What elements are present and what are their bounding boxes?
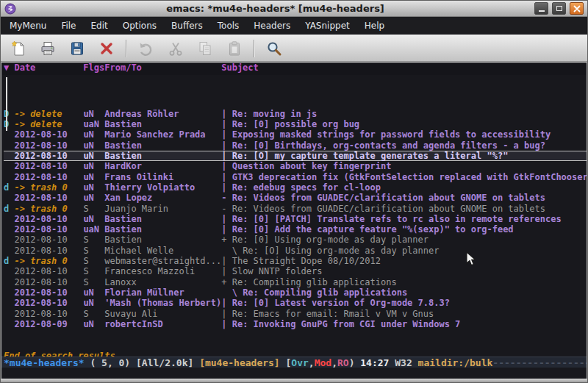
row-flags: uN (83, 298, 104, 308)
row-thread-marker: - (221, 204, 232, 214)
row-flags: S (83, 235, 104, 245)
header-line[interactable]: ▼ Date FlgsFrom/To Subject (1, 62, 587, 75)
maximize-button[interactable] (552, 2, 566, 15)
menu-bar: MyMenuFileEditOptionsBuffersToolsHeaders… (1, 17, 587, 35)
cut-icon (168, 40, 184, 57)
header-row[interactable]: 2012-08-10 uN Bastien | Re: [O] my captu… (4, 151, 587, 161)
menu-item-edit[interactable]: Edit (84, 18, 115, 33)
header-row[interactable]: 2012-08-10 S Michael Welle \ Re: [O] Usi… (4, 246, 587, 256)
header-row[interactable]: 2012-08-10 uN Florian Müllner \ Re: Comp… (4, 287, 587, 298)
close-button[interactable] (96, 38, 116, 58)
toolbar-separator (254, 40, 254, 57)
row-flags: S (83, 266, 104, 276)
paste-button (224, 38, 244, 58)
menu-item-options[interactable]: Options (115, 18, 164, 33)
header-row[interactable]: 2012-08-10 S Francesco Mazzoli | Slow NN… (4, 266, 587, 276)
header-row[interactable]: 2012-08-10 uN Xan Lopez - Re: Videos fro… (4, 193, 587, 203)
row-mark (4, 246, 14, 256)
mode-line: *mu4e-headers* ( 5, 0) [All/2.0k] [mu4e-… (1, 357, 587, 368)
modeline-segment-plain: , (309, 357, 315, 368)
header-row[interactable]: 2012-08-09 uN robertcInSD | Re: Invoking… (4, 319, 587, 329)
row-mark (4, 214, 14, 224)
search-button[interactable] (264, 38, 284, 58)
row-from: Mario Sanchez Prada (104, 129, 221, 140)
header-row[interactable]: 2012-08-10 uN 'Mash (Thomas Herbert)| Re… (4, 298, 587, 308)
menu-item-mymenu[interactable]: MyMenu (2, 18, 54, 33)
modeline-segment-plain: [ (280, 357, 292, 368)
header-row[interactable]: 2012-08-10 uN Mario Sanchez Prada | Expo… (4, 129, 587, 140)
header-row[interactable]: 2012-08-10 uaN Bastien | Re: [0] Add the… (4, 224, 587, 235)
row-thread-marker: | (221, 309, 232, 319)
new-file-button[interactable] (8, 38, 28, 58)
row-thread-marker: \ (221, 246, 243, 256)
row-from: Frans Oilinki (104, 172, 221, 182)
menu-item-help[interactable]: Help (357, 18, 392, 33)
header-row[interactable]: 2012-08-10 uN Bastien | Re: [0] [PATCH] … (4, 214, 587, 224)
menu-item-file[interactable]: File (54, 18, 83, 33)
row-flags: uN (83, 319, 104, 329)
print-button[interactable] (37, 38, 57, 58)
header-row[interactable]: D -> delete uN Andreas Röhler | Re: movi… (4, 109, 587, 119)
header-row[interactable]: 2012-08-10 uN HardKor | Question about k… (4, 161, 587, 171)
modeline-segment-major-mode: [mu4e-headers] (199, 357, 280, 368)
row-subject: Re: [0] Using org-mode as day planner (232, 235, 429, 245)
row-flags: uN (83, 109, 104, 119)
row-from: Bastien (104, 140, 221, 151)
row-from: Andreas Röhler (104, 109, 221, 119)
header-row[interactable]: 2012-08-10 S Bastien + Re: [0] Using org… (4, 235, 587, 245)
header-row[interactable]: D -> delete uaN Bastien | Re: [0] possib… (4, 119, 587, 129)
copy-button (195, 38, 215, 58)
row-mark (4, 140, 14, 151)
modeline-segment-dashes: ----------------------------------------… (492, 357, 587, 368)
row-thread-marker: | (221, 266, 232, 276)
header-row[interactable]: 2012-08-10 S Lanoxx + Re: Compiling glib… (4, 277, 587, 287)
modeline-segment-plain: W32 (389, 357, 417, 368)
modeline-segment-time: 14:27 (360, 357, 389, 368)
menu-item-yasnippet[interactable]: YASnippet (298, 18, 357, 33)
undo-icon (138, 40, 154, 57)
row-mark (4, 129, 14, 140)
header-row[interactable]: 2012-08-10 uN Frans Oilinki | GTK3 depre… (4, 172, 587, 182)
header-row[interactable]: d -> trash 0 uN Thierry Volpiatto | Re: … (4, 182, 587, 193)
row-from: Bastien (104, 151, 221, 161)
row-thread-marker: | (221, 172, 232, 182)
close-button[interactable] (570, 2, 584, 15)
paste-icon (226, 40, 243, 57)
row-from: webmaster@straightd... (104, 256, 221, 266)
scrollbar-thumb[interactable] (6, 77, 7, 131)
menu-item-tools[interactable]: Tools (210, 18, 247, 33)
header-row[interactable]: 2012-08-10 uN Bastien | Re: [0] Birthday… (4, 140, 587, 151)
row-subject: Re: Compiling glib applications (243, 287, 407, 298)
menu-item-buffers[interactable]: Buffers (164, 18, 210, 33)
row-subject: Question about key fingerprint (232, 161, 392, 171)
header-row[interactable]: d -> trash 0 S Juanjo Marin - Re: Videos… (4, 204, 587, 214)
row-date: 2012-08-10 (14, 235, 83, 245)
menu-item-headers[interactable]: Headers (246, 18, 298, 33)
row-mark (4, 224, 14, 235)
row-subject: Slow NNTP folders (232, 266, 323, 276)
emacs-icon (4, 3, 16, 15)
header-row[interactable]: 2012-08-10 S Suvayu Ali | Re: Emacs for … (4, 309, 587, 319)
cut-button (165, 38, 185, 58)
row-date: 2012-08-10 (14, 224, 83, 235)
row-mark (4, 266, 14, 276)
row-date: -> trash 0 (14, 204, 83, 214)
row-flags: S (83, 256, 104, 266)
row-flags: S (83, 246, 104, 256)
minimize-button[interactable] (534, 2, 548, 15)
row-date: 2012-08-10 (14, 246, 83, 256)
row-subject: Re: [0] [PATCH] Translate refs to rc als… (232, 214, 562, 224)
row-subject: Re: Compiling glib applications (232, 277, 397, 287)
row-mark: d (4, 256, 14, 266)
echo-area[interactable] (1, 368, 587, 379)
row-thread-marker: | (221, 214, 232, 224)
row-from: 'Mash (Thomas Herbert) (104, 298, 221, 308)
row-date: 2012-08-10 (14, 140, 83, 151)
row-subject: Re: edebug specs for cl-loop (232, 182, 381, 193)
row-mark (4, 172, 14, 182)
row-thread-marker: | (221, 161, 232, 171)
header-row[interactable]: d -> trash 0 S webmaster@straightd...| T… (4, 256, 587, 266)
row-subject: Re: Invoking GnuPG from CGI under Window… (232, 319, 461, 329)
row-from: Xan Lopez (104, 193, 221, 203)
save-button[interactable] (67, 38, 87, 58)
